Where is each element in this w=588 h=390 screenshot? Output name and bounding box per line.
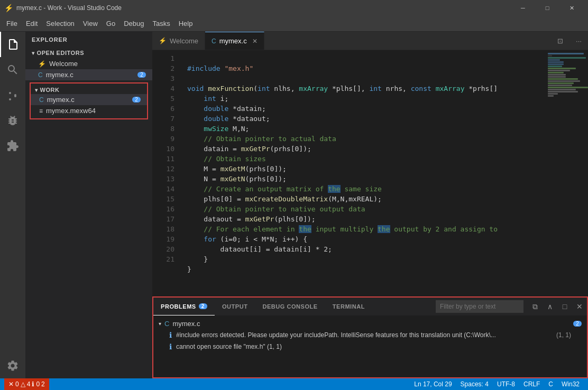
status-left: ✕ 0 △ 4 ℹ 0 2 — [4, 378, 49, 390]
spaces-text: Spaces: 4 — [461, 380, 489, 388]
problem-filename: mymex.c — [172, 320, 200, 328]
tab-c-icon: C — [212, 38, 216, 45]
info-icon: ℹ — [32, 380, 34, 388]
problem-pos-0: (1, 1) — [556, 331, 571, 339]
window-title: mymex.c - Work - Visual Studio Code — [16, 4, 511, 12]
problem-text-1: cannot open source file "mex.h" (1, 1) — [176, 343, 567, 350]
tab-welcome-icon: ⚡ — [159, 37, 167, 44]
activity-extensions[interactable] — [0, 133, 25, 159]
problem-item-1[interactable]: ℹ cannot open source file "mex.h" (1, 1) — [153, 341, 587, 352]
collapse-panel-button[interactable]: ∧ — [543, 298, 557, 315]
menu-selection[interactable]: Selection — [42, 17, 78, 30]
menu-debug[interactable]: Debug — [120, 17, 148, 30]
main-layout: Explorer ▾ Open Editors ⚡ Welcome C myme… — [0, 32, 588, 378]
copy-panel-button[interactable]: ⧉ — [528, 298, 543, 315]
minimap — [546, 50, 588, 296]
problem-file-icon: C — [164, 320, 169, 328]
work-mexw64-label: mymex.mexw64 — [46, 107, 96, 115]
language-text: C — [548, 380, 553, 388]
window-controls: ─ □ ✕ — [511, 0, 584, 16]
app-icon: ⚡ — [4, 4, 13, 12]
activity-scm[interactable] — [0, 82, 25, 108]
tab-spacer — [264, 32, 551, 50]
language-mode[interactable]: C — [544, 378, 557, 390]
line-numbers: 12345 678910 1112131415 1617181920 21 — [152, 50, 179, 296]
activity-debug[interactable] — [0, 108, 25, 133]
open-editor-mymex[interactable]: C mymex.c 2 — [25, 69, 152, 80]
open-editors-section[interactable]: ▾ Open Editors — [25, 48, 152, 58]
line-ending-text: CRLF — [523, 380, 540, 388]
welcome-label: Welcome — [49, 60, 78, 68]
mymex-open-label: mymex.c — [46, 71, 74, 79]
problem-file-group: ▾ C mymex.c 2 — [153, 318, 587, 329]
menu-view[interactable]: View — [79, 17, 102, 30]
filter-input[interactable] — [436, 300, 523, 313]
mex-icon: ≡ — [39, 107, 43, 115]
activity-search[interactable] — [0, 57, 25, 82]
panel-tabs: PROBLEMS 2 OUTPUT DEBUG CONSOLE TERMINAL… — [153, 298, 587, 316]
panel-tab-debug-console[interactable]: DEBUG CONSOLE — [255, 298, 325, 315]
cursor-position[interactable]: Ln 17, Col 29 — [410, 378, 456, 390]
statusbar: ✕ 0 △ 4 ℹ 0 2 Ln 17, Col 29 Spaces: 4 UT… — [0, 378, 588, 390]
maximize-button[interactable]: □ — [535, 0, 559, 16]
warning-icon: △ — [21, 380, 25, 388]
problem-text-0: #include errors detected. Please update … — [176, 331, 552, 339]
close-button[interactable]: ✕ — [559, 0, 584, 16]
code-editor: 12345 678910 1112131415 1617181920 21 #i… — [152, 50, 588, 296]
encoding[interactable]: UTF-8 — [493, 378, 519, 390]
mymex-open-badge: 2 — [137, 72, 146, 78]
tab-close-button[interactable]: ✕ — [252, 38, 258, 45]
problem-info-icon-1: ℹ — [169, 342, 172, 351]
titlebar: ⚡ mymex.c - Work - Visual Studio Code ─ … — [0, 0, 588, 16]
panel-tab-terminal[interactable]: TERMINAL — [325, 298, 372, 315]
tab-welcome[interactable]: ⚡ Welcome — [152, 32, 205, 50]
terminal-label: TERMINAL — [333, 303, 365, 310]
open-editors-arrow: ▾ — [32, 50, 35, 56]
line-ending[interactable]: CRLF — [519, 378, 544, 390]
error-count: 0 — [15, 380, 19, 388]
debug-console-label: DEBUG CONSOLE — [262, 303, 317, 310]
code-content[interactable]: #include "mex.h" void mexFunction(int nl… — [179, 50, 546, 296]
split-editor-button[interactable]: ⊡ — [551, 32, 569, 50]
work-mymex-mex[interactable]: ≡ mymex.mexw64 — [31, 105, 147, 116]
menu-tasks[interactable]: Tasks — [148, 17, 174, 30]
open-editor-welcome[interactable]: ⚡ Welcome — [25, 58, 152, 69]
panel-tab-problems[interactable]: PROBLEMS 2 — [153, 298, 215, 315]
menu-edit[interactable]: Edit — [22, 17, 42, 30]
open-editors-label: Open Editors — [37, 50, 85, 56]
problems-label: PROBLEMS — [161, 303, 196, 310]
panel-content: ▾ C mymex.c 2 ℹ #include errors detected… — [153, 316, 587, 377]
menu-file[interactable]: File — [2, 17, 22, 30]
work-mymex-c[interactable]: C mymex.c 2 — [31, 94, 147, 105]
status-errors[interactable]: ✕ 0 △ 4 ℹ 0 2 — [4, 378, 49, 390]
editor-tabs: ⚡ Welcome C mymex.c ✕ ⊡ ··· — [152, 32, 588, 50]
cursor-text: Ln 17, Col 29 — [414, 380, 452, 388]
tab-welcome-label: Welcome — [170, 37, 198, 45]
problem-item-0[interactable]: ℹ #include errors detected. Please updat… — [153, 329, 587, 341]
more-actions-button[interactable]: ··· — [569, 32, 588, 50]
work-label: Work — [40, 87, 60, 93]
activity-settings[interactable] — [0, 353, 25, 378]
problems-badge: 2 — [199, 303, 207, 309]
menu-go[interactable]: Go — [102, 17, 120, 30]
output-label: OUTPUT — [222, 303, 248, 310]
activitybar — [0, 32, 25, 378]
vscode-icon: ⚡ — [38, 60, 46, 68]
minimize-button[interactable]: ─ — [511, 0, 535, 16]
work-mymex-badge: 2 — [132, 97, 141, 103]
tab-mymex[interactable]: C mymex.c ✕ — [205, 32, 264, 50]
platform-text: Win32 — [562, 380, 580, 388]
indentation[interactable]: Spaces: 4 — [456, 378, 493, 390]
work-mymex-label: mymex.c — [47, 96, 75, 104]
panel-tab-spacer — [372, 298, 431, 315]
problems-count: 2 — [41, 380, 45, 388]
menu-help[interactable]: Help — [174, 17, 197, 30]
explorer-header: Explorer — [25, 32, 152, 48]
platform[interactable]: Win32 — [557, 378, 584, 390]
activity-explorer[interactable] — [0, 32, 25, 57]
sidebar: Explorer ▾ Open Editors ⚡ Welcome C myme… — [25, 32, 152, 378]
work-section-title[interactable]: ▾ Work — [31, 86, 147, 94]
maximize-panel-button[interactable]: □ — [557, 298, 572, 315]
close-panel-button[interactable]: ✕ — [572, 298, 587, 315]
panel-tab-output[interactable]: OUTPUT — [215, 298, 255, 315]
